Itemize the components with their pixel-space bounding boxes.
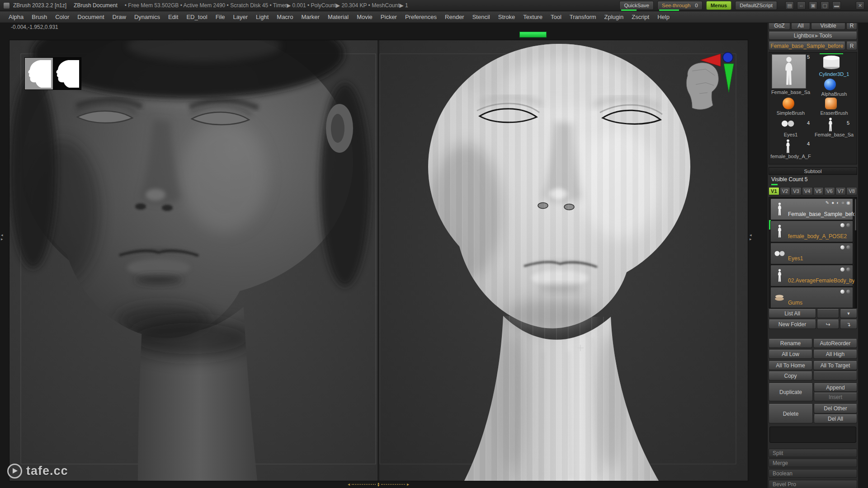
lightbox-tools-button[interactable]: Lightbox ▶ Tools xyxy=(769,32,857,40)
menu-item-preferences[interactable]: Preferences xyxy=(401,11,441,23)
eye-icon[interactable] xyxy=(840,290,844,294)
window-maximize-icon[interactable]: ▣ xyxy=(809,1,817,9)
menu-item-zscript[interactable]: Zscript xyxy=(627,11,653,23)
menu-item-light[interactable]: Light xyxy=(252,11,273,23)
menu-item-layer[interactable]: Layer xyxy=(229,11,252,23)
tab-v7[interactable]: V7 xyxy=(835,187,846,195)
menu-item-transform[interactable]: Transform xyxy=(566,11,600,23)
new-folder-button[interactable]: New Folder xyxy=(769,319,816,329)
tool-thumb-female-base[interactable] xyxy=(772,54,806,89)
paint-toggle-icon[interactable] xyxy=(846,267,850,272)
tab-v4[interactable]: V4 xyxy=(802,187,813,195)
eye-icon[interactable] xyxy=(840,223,844,227)
scrub-handle-icon[interactable]: ▴ ▾ xyxy=(377,482,379,487)
default-zscript-button[interactable]: DefaultZScript xyxy=(735,1,777,10)
tool-thumb-female-base-2[interactable] xyxy=(827,117,834,132)
menu-item-document[interactable]: Document xyxy=(73,11,108,23)
menu-item-draw[interactable]: Draw xyxy=(108,11,130,23)
list-all-button[interactable]: List All xyxy=(769,309,816,318)
bevel-pro-section-header[interactable]: Bevel Pro xyxy=(769,480,857,488)
window-minimize-icon[interactable]: ▬ xyxy=(832,1,841,9)
scrub-track[interactable] xyxy=(352,484,376,485)
paint-toggle-icon[interactable] xyxy=(846,290,850,294)
list-all-dropdown-button[interactable]: ▼ xyxy=(840,309,857,318)
all-to-home-button[interactable]: All To Home xyxy=(769,361,812,370)
tool-thumb-female-body[interactable] xyxy=(784,139,792,154)
menu-item-stroke[interactable]: Stroke xyxy=(494,11,519,23)
eye-icon[interactable]: ● xyxy=(831,200,834,205)
polypaint-brush-icon[interactable]: ✎ xyxy=(826,200,829,205)
visibility-off-icon[interactable]: ○ xyxy=(841,200,844,205)
subtool-scrollbar[interactable] xyxy=(854,197,857,308)
copy-button[interactable]: Copy xyxy=(769,371,812,380)
menu-item-marker[interactable]: Marker xyxy=(297,11,323,23)
paint-toggle-icon[interactable] xyxy=(846,245,850,249)
menu-item-edit[interactable]: Edit xyxy=(164,11,182,23)
all-to-target-button[interactable]: All To Target xyxy=(813,361,857,370)
menu-item-brush[interactable]: Brush xyxy=(28,11,51,23)
tool-thumb-eyes[interactable] xyxy=(781,120,794,128)
menu-item-zplugin[interactable]: Zplugin xyxy=(600,11,628,23)
eye-icon[interactable] xyxy=(840,267,844,272)
window-close-icon[interactable]: ✕ xyxy=(856,1,864,9)
eye-icon[interactable] xyxy=(840,245,844,249)
window-layout-icon[interactable]: ▤ xyxy=(785,1,794,9)
subtool-row-average-female-body[interactable]: 02.AverageFemaleBody_by_Ale xyxy=(770,265,853,286)
menu-item-file[interactable]: File xyxy=(212,11,229,23)
menu-item-macro[interactable]: Macro xyxy=(273,11,297,23)
alpha-preview[interactable] xyxy=(24,57,81,90)
menu-item-stencil[interactable]: Stencil xyxy=(468,11,494,23)
quicksave-button[interactable]: QuickSave xyxy=(619,1,654,10)
subtool-row-gums[interactable]: Gums xyxy=(770,287,853,308)
canvas-scroll-left[interactable]: ◂ ▸ xyxy=(1,233,3,241)
tool-thumb-alphabrush[interactable] xyxy=(824,79,836,90)
boolean-section-header[interactable]: Boolean xyxy=(769,469,857,478)
menu-item-help[interactable]: Help xyxy=(653,11,674,23)
tool-r-button[interactable]: R xyxy=(846,42,857,50)
del-other-button[interactable]: Del Other xyxy=(814,404,857,413)
duplicate-button[interactable]: Duplicate xyxy=(769,383,813,401)
active-tool-button[interactable]: Female_base_Sample_before xyxy=(769,42,845,50)
tab-v5[interactable]: V5 xyxy=(813,187,824,195)
move-to-folder-button[interactable]: ↪ xyxy=(817,319,839,329)
window-swap-icon[interactable]: ⇔ xyxy=(797,1,806,9)
scrub-left-icon[interactable]: ◂ xyxy=(348,481,350,487)
see-through-button[interactable]: See-through 0 xyxy=(657,1,703,10)
tab-v3[interactable]: V3 xyxy=(791,187,802,195)
rename-button[interactable]: Rename xyxy=(769,339,812,348)
menu-item-color[interactable]: Color xyxy=(51,11,73,23)
insert-button[interactable]: Insert xyxy=(814,393,857,401)
tool-thumb-simplebrush[interactable] xyxy=(783,98,794,109)
scrub-track[interactable] xyxy=(381,484,405,485)
window-restore-icon[interactable]: ▢ xyxy=(821,1,829,9)
tool-thumb-cylinder[interactable] xyxy=(820,53,843,70)
menu-item-dynamics[interactable]: Dynamics xyxy=(130,11,164,23)
scrub-right-icon[interactable]: ▸ xyxy=(407,481,409,487)
paste-blank-button[interactable] xyxy=(813,371,857,380)
subtool-row-female-body-pose2[interactable]: female_body_A_POSE2 xyxy=(770,221,853,242)
half-visibility-icon[interactable]: ◐ xyxy=(836,200,839,205)
all-high-button[interactable]: All High xyxy=(813,350,857,359)
timeline-scrubber[interactable]: ◂ ▴ ▾ ▸ xyxy=(348,481,409,487)
tab-v6[interactable]: V6 xyxy=(824,187,835,195)
split-section-header[interactable]: Split xyxy=(769,449,857,457)
menus-toggle-button[interactable]: Menus xyxy=(706,1,731,10)
menu-item-alpha[interactable]: Alpha xyxy=(5,11,28,23)
sculpt-viewport[interactable] xyxy=(9,40,748,481)
target-icon[interactable]: ◉ xyxy=(846,200,850,205)
tab-v8[interactable]: V8 xyxy=(846,187,857,195)
append-button[interactable]: Append xyxy=(814,383,857,392)
menu-item-ed-tool[interactable]: ED_tool xyxy=(182,11,211,23)
autoreorder-button[interactable]: AutoReorder xyxy=(813,339,857,348)
menu-item-render[interactable]: Render xyxy=(441,11,468,23)
list-all-blank-button[interactable] xyxy=(817,309,839,318)
menu-item-movie[interactable]: Movie xyxy=(353,11,377,23)
all-low-button[interactable]: All Low xyxy=(769,350,812,359)
menu-item-picker[interactable]: Picker xyxy=(377,11,401,23)
del-all-button[interactable]: Del All xyxy=(814,414,857,424)
canvas-scroll-right[interactable]: ◂ ▸ xyxy=(750,233,752,241)
move-down-button[interactable]: ↴ xyxy=(840,319,857,329)
subtool-row-female-base-sample[interactable]: ✎ ● ◐ ○ ◉ Female_base_Sample_before xyxy=(770,198,853,220)
menu-item-tool[interactable]: Tool xyxy=(547,11,566,23)
menu-item-texture[interactable]: Texture xyxy=(519,11,547,23)
